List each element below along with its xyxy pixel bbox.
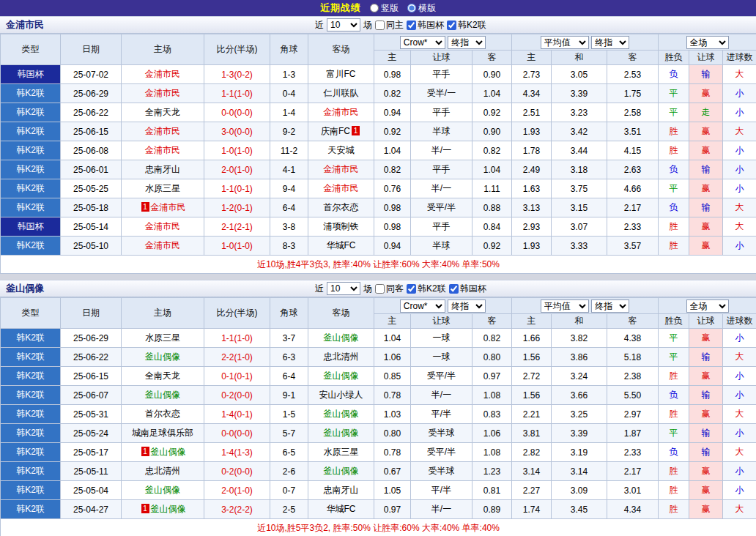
match-row: 韩K2联25-05-25水原三星1-1(0-1)9-4金浦市民0.76半/一1.… [1, 179, 756, 198]
avg-odds-select[interactable]: 平均值 [541, 36, 589, 49]
home-team-cell: 水原三星 [122, 329, 204, 348]
match-row: 韩K2联25-06-29金浦市民1-1(1-0)0-4仁川联队0.82受半/一1… [1, 84, 756, 103]
date-cell: 25-06-08 [61, 141, 122, 160]
league-filter-1[interactable]: 韩K2联 [407, 283, 446, 295]
result-handicap-cell: 输 [689, 160, 723, 179]
match-count-select[interactable]: 10 [327, 282, 360, 295]
avg-home-cell: 2.49 [512, 160, 552, 179]
avg-away-cell: 2.33 [607, 443, 659, 462]
odds-handicap-cell: 受平/半 [411, 198, 472, 217]
odds-home-cell: 1.05 [374, 481, 411, 500]
avg-final-select[interactable]: 终指 [591, 299, 629, 313]
odds-home-cell: 0.98 [374, 217, 411, 237]
home-team-name: 釜山偶像 [151, 504, 186, 514]
match-row: 韩国杯25-05-14金浦市民2-1(2-1)3-8浦项制铁0.98平手0.84… [1, 217, 756, 237]
date-cell: 25-05-14 [61, 217, 122, 237]
vertical-radio[interactable] [370, 4, 379, 12]
league-filter-2-checkbox[interactable] [447, 21, 456, 30]
odds-home-cell: 0.80 [374, 424, 411, 443]
avg-odds-select[interactable]: 平均值 [541, 299, 589, 313]
match-row: 韩K2联25-04-271釜山偶像3-2(2-2)2-5华城FC0.97半/一0… [1, 500, 756, 519]
col-date: 日期 [61, 34, 122, 65]
away-team-cell: 釜山偶像 [308, 367, 374, 386]
near-label: 近 [315, 283, 324, 295]
odds-away-cell: 0.90 [472, 65, 512, 84]
league-filter-1-checkbox[interactable] [407, 284, 416, 294]
near-label: 近 [315, 19, 324, 31]
odds-handicap-cell: 平手 [411, 65, 472, 84]
odds-home-cell: 1.03 [374, 405, 411, 424]
odds-final-select[interactable]: 终指 [448, 36, 486, 49]
same-venue-option[interactable]: 同主 [375, 19, 404, 31]
avg-draw-cell: 3.86 [552, 348, 607, 367]
home-team-cell: 1釜山偶像 [122, 500, 204, 519]
odds-source-select[interactable]: Crow* [400, 299, 445, 313]
section-team-name: 金浦市民 [0, 18, 44, 31]
match-row: 韩K2联25-06-08金浦市民1-0(1-0)11-2天安城1.04半/一0.… [1, 141, 756, 160]
date-cell: 25-05-11 [61, 462, 122, 481]
result-goals-cell: 小 [723, 103, 756, 122]
league-cell: 韩K2联 [1, 237, 61, 256]
result-handicap-cell: 输 [689, 424, 723, 443]
avg-final-select[interactable]: 终指 [591, 36, 629, 49]
away-team-name: 庆南FC [321, 126, 350, 136]
match-row: 韩K2联25-05-31首尔衣恋1-4(0-1)1-5釜山偶像1.03平/半0.… [1, 405, 756, 424]
league-filter-2[interactable]: 韩K2联 [447, 19, 486, 31]
score-cell: 0-1(0-1) [204, 367, 270, 386]
avg-home-cell: 4.34 [512, 84, 552, 103]
odds-source-select[interactable]: Crow* [400, 36, 445, 49]
col-away: 客场 [308, 34, 374, 65]
layout-option-vertical[interactable]: 竖版 [370, 2, 399, 15]
col-score: 比分(半场) [204, 34, 270, 65]
odds-handicap-cell: 半/一 [411, 141, 472, 160]
avg-away-cell: 4.34 [607, 500, 659, 519]
score-cell: 1-0(1-0) [204, 237, 270, 256]
avg-draw-cell: 3.14 [552, 462, 607, 481]
same-venue-checkbox[interactable] [375, 21, 385, 30]
home-team-name: 全南天龙 [145, 371, 180, 381]
odds-away-cell: 0.80 [472, 348, 512, 367]
avg-draw-cell: 3.44 [552, 141, 607, 160]
league-cell: 韩K2联 [1, 481, 61, 500]
avg-draw-cell: 3.07 [552, 217, 607, 237]
odds-final-select[interactable]: 终指 [448, 299, 486, 313]
league-cell: 韩K2联 [1, 122, 61, 141]
match-row: 韩K2联25-05-11忠北清州0-2(0-0)2-6釜山偶像0.67受半球1.… [1, 462, 756, 481]
layout-option-horizontal[interactable]: 横版 [407, 2, 436, 15]
home-team-name: 釜山偶像 [145, 351, 180, 362]
home-team-cell: 金浦市民 [122, 141, 204, 160]
avg-away-cell: 1.87 [607, 424, 659, 443]
avg-away-cell: 2.17 [607, 462, 659, 481]
result-wdl-cell: 胜 [659, 500, 689, 519]
odds-home-cell: 0.98 [374, 198, 411, 217]
fulltime-select[interactable]: 全场 [686, 36, 729, 49]
league-cell: 韩K2联 [1, 348, 61, 367]
gimpo-section: 金浦市民 近 10 场 同主 韩国杯 韩K2联 [0, 16, 756, 274]
odds-handicap-cell: 平手 [411, 160, 472, 179]
score-cell: 1-4(1-3) [204, 443, 270, 462]
same-venue-checkbox[interactable] [375, 284, 385, 294]
horizontal-radio[interactable] [407, 4, 416, 12]
league-filter-2-label: 韩国杯 [460, 283, 486, 295]
match-count-select[interactable]: 10 [327, 18, 360, 31]
result-goals-cell: 小 [723, 160, 756, 179]
away-team-cell: 华城FC [308, 500, 374, 519]
league-filter-1[interactable]: 韩国杯 [407, 19, 444, 31]
league-filter-1-checkbox[interactable] [407, 21, 416, 30]
avg-home-cell: 3.13 [512, 198, 552, 217]
corner-cell: 3-7 [270, 329, 308, 348]
fulltime-select[interactable]: 全场 [686, 299, 729, 313]
result-wdl-cell: 平 [659, 329, 689, 348]
league-filter-2-checkbox[interactable] [449, 284, 459, 294]
date-cell: 25-04-27 [61, 500, 122, 519]
section-team-name: 釜山偶像 [0, 282, 44, 295]
summary-text: 近10场,胜5平3负2, 胜率:50% 让胜率:60% 大率:40% 单率:40… [1, 519, 756, 536]
away-team-name: 华城FC [327, 504, 356, 514]
odds-handicap-cell: 半/一 [411, 386, 472, 405]
avg-home-cell: 2.72 [512, 367, 552, 386]
league-filter-2[interactable]: 韩国杯 [449, 283, 486, 295]
avg-draw-cell: 3.82 [552, 329, 607, 348]
same-venue-option[interactable]: 同客 [375, 283, 404, 295]
odds-home-cell: 0.82 [374, 160, 411, 179]
score-cell: 0-2(0-0) [204, 462, 270, 481]
